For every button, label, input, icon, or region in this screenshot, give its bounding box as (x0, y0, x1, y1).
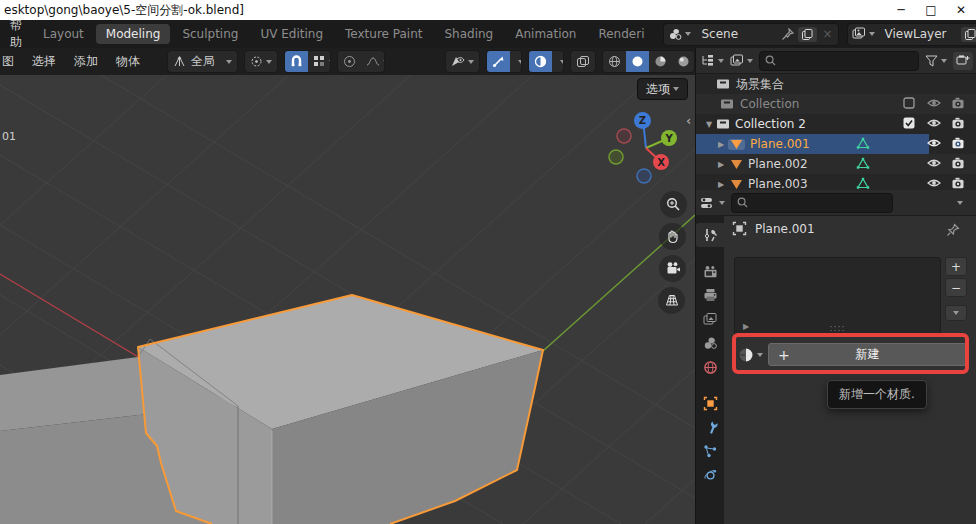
outliner-row-plane001[interactable]: ▶ Plane.001 (696, 134, 976, 154)
xray-toggle[interactable] (570, 50, 596, 73)
render-visibility-camera-icon[interactable] (951, 97, 965, 109)
new-viewlayer-button[interactable] (961, 27, 976, 42)
tab-scene[interactable] (696, 331, 724, 355)
region-collapse-icon[interactable]: ‹ (686, 113, 691, 128)
gizmos-dropdown[interactable] (510, 51, 522, 72)
snap-toggle[interactable] (285, 51, 308, 72)
transform-orientation-dropdown[interactable]: 全局 (167, 50, 238, 73)
menu-view[interactable]: 图 (0, 53, 23, 70)
perspective-toggle-button[interactable] (658, 287, 685, 314)
outliner-search-input[interactable] (759, 51, 919, 71)
workspace-tab-sculpting[interactable]: Sculpting (172, 24, 248, 44)
options-button[interactable]: 选项 (637, 78, 688, 100)
material-slot-list[interactable]: ▶ :::: (734, 257, 941, 335)
tab-world[interactable] (696, 355, 724, 379)
gizmo-y-axis[interactable]: Y (661, 130, 677, 146)
remove-material-slot-button[interactable]: − (945, 278, 967, 297)
close-button[interactable]: ✕ (946, 0, 976, 20)
new-scene-button[interactable] (798, 27, 817, 42)
tab-viewlayer[interactable] (696, 307, 724, 331)
exclude-checkbox[interactable] (903, 97, 915, 109)
pin-icon[interactable] (777, 24, 798, 45)
tab-object[interactable] (696, 391, 724, 415)
display-mode-dropdown[interactable] (730, 54, 753, 68)
zoom-button[interactable] (660, 191, 687, 218)
scene-name[interactable]: Scene (695, 27, 777, 41)
new-collection-button[interactable] (953, 52, 973, 70)
viewlayer-name[interactable]: ViewLayer (879, 27, 961, 41)
tab-tool[interactable] (696, 223, 724, 247)
camera-view-button[interactable] (659, 255, 686, 282)
hide-eye-icon[interactable] (927, 157, 941, 169)
workspace-tab-modeling[interactable]: Modeling (96, 24, 171, 44)
material-slot-specials-dropdown[interactable] (945, 305, 967, 321)
hide-eye-icon[interactable] (927, 97, 941, 109)
shading-material-button[interactable] (649, 51, 672, 72)
editor-type-dropdown[interactable] (700, 54, 724, 68)
overlays-dropdown[interactable] (552, 51, 564, 72)
shading-solid-button[interactable] (626, 51, 649, 72)
filter-dropdown[interactable] (925, 55, 947, 67)
tab-render[interactable] (696, 259, 724, 283)
disclosure-collapsed-icon[interactable]: ▶ (716, 160, 726, 169)
workspace-tab-uvediting[interactable]: UV Editing (250, 24, 333, 44)
hide-eye-icon[interactable] (927, 177, 941, 189)
workspace-tab-texturepaint[interactable]: Texture Paint (335, 24, 432, 44)
workspace-tab-rendering[interactable]: Renderi (588, 24, 654, 44)
editor-type-dropdown[interactable] (700, 196, 725, 210)
scene-selector[interactable]: Scene × (663, 23, 838, 46)
viewlayer-icon[interactable] (848, 24, 879, 45)
viewport-3d[interactable]: 01 选项 Z Y X ‹ (0, 75, 695, 524)
breadcrumb-object-name[interactable]: Plane.001 (755, 222, 815, 236)
slot-list-resize-grip[interactable]: :::: (829, 323, 845, 333)
falloff-dropdown[interactable] (361, 51, 385, 72)
slot-list-expand-icon[interactable]: ▶ (743, 322, 749, 331)
shading-rendered-button[interactable] (672, 51, 695, 72)
pan-hand-button[interactable] (659, 223, 686, 250)
menu-select[interactable]: 选择 (23, 53, 65, 70)
properties-search-input[interactable] (731, 193, 893, 213)
gizmo-x-axis[interactable]: X (653, 154, 669, 170)
outliner-row-collection1[interactable]: Collection (696, 94, 976, 114)
pivot-point-dropdown[interactable] (244, 50, 278, 73)
shading-wireframe-button[interactable] (603, 51, 626, 72)
tab-output[interactable] (696, 283, 724, 307)
maximize-button[interactable]: □ (916, 0, 946, 20)
disclosure-expanded-icon[interactable]: ▼ (704, 120, 714, 129)
add-material-slot-button[interactable]: + (945, 257, 967, 276)
browse-material-dropdown[interactable] (738, 343, 766, 366)
workspace-tab-animation[interactable]: Animation (505, 24, 586, 44)
minimize-button[interactable]: ─ (886, 0, 916, 20)
show-overlays-toggle[interactable] (529, 51, 552, 72)
outliner-row-plane002[interactable]: ▶ Plane.002 (696, 154, 976, 174)
hide-eye-icon[interactable] (927, 117, 941, 129)
visibility-dropdown[interactable] (445, 50, 480, 73)
proportional-edit-toggle[interactable] (338, 51, 361, 72)
menu-help[interactable]: 帮助 (0, 17, 32, 51)
tab-modifiers[interactable] (696, 415, 724, 439)
render-visibility-camera-icon[interactable] (951, 157, 965, 169)
disclosure-collapsed-icon[interactable]: ▶ (716, 140, 726, 149)
hide-eye-icon[interactable] (927, 137, 941, 149)
render-visibility-camera-icon[interactable] (951, 137, 965, 149)
snap-to-dropdown[interactable] (308, 51, 331, 72)
exclude-checkbox-checked[interactable] (903, 117, 915, 129)
new-material-button[interactable]: + 新建 (768, 343, 967, 366)
render-visibility-camera-icon[interactable] (951, 117, 965, 129)
render-visibility-camera-icon[interactable] (951, 177, 965, 189)
pin-id-icon[interactable] (946, 223, 960, 237)
workspace-tab-shading[interactable]: Shading (434, 24, 503, 44)
tab-particles[interactable] (696, 439, 724, 463)
unlink-scene-icon[interactable]: × (817, 27, 837, 41)
outliner-row-collection2[interactable]: ▼ Collection 2 (696, 114, 976, 134)
viewlayer-selector[interactable]: ViewLayer × (847, 23, 976, 46)
show-gizmos-toggle[interactable] (487, 51, 510, 72)
gizmo-z-axis[interactable]: Z (634, 112, 651, 129)
menu-add[interactable]: 添加 (65, 53, 107, 70)
outliner-row-scene-collection[interactable]: 场景集合 (696, 74, 976, 94)
tab-physics[interactable] (696, 463, 724, 487)
disclosure-collapsed-icon[interactable]: ▶ (716, 180, 726, 189)
workspace-tab-layout[interactable]: Layout (33, 24, 94, 44)
properties-options-dropdown[interactable] (957, 201, 963, 205)
menu-object[interactable]: 物体 (107, 53, 149, 70)
